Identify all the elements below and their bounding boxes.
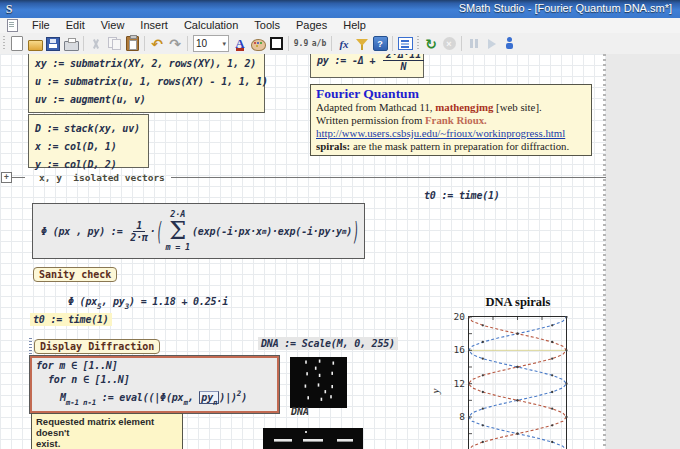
collapse-icon[interactable]: + <box>1 172 12 183</box>
toolbar-grip <box>3 36 5 51</box>
display-diffraction-label[interactable]: Display Diffraction <box>34 339 160 354</box>
undo-icon[interactable]: ↶ <box>148 35 166 53</box>
note-title: Fourier Quantum <box>316 86 586 101</box>
t0-timer-left[interactable]: t0 := time(1) <box>30 313 112 326</box>
chart-title: DNA spirals <box>462 295 574 310</box>
edit-cursor-selection[interactable]: pyn <box>199 391 219 404</box>
sanity-check-label[interactable]: Sanity check <box>33 267 117 282</box>
menu-view[interactable]: View <box>93 18 133 33</box>
section-label[interactable]: x, y isolated vectors <box>39 172 165 183</box>
redo-icon[interactable]: ↷ <box>166 35 184 53</box>
border-icon[interactable] <box>267 35 285 53</box>
cut-icon[interactable] <box>87 35 105 53</box>
decimal-places-icon[interactable]: 9.9 <box>292 35 310 53</box>
menu-insert[interactable]: Insert <box>132 18 176 33</box>
save-icon[interactable] <box>44 35 62 53</box>
toolbar-separator <box>461 36 462 51</box>
paste-icon[interactable] <box>123 35 141 53</box>
fraction-icon[interactable]: a/b <box>310 35 328 53</box>
open-icon[interactable] <box>26 35 44 53</box>
t0-timer-right[interactable]: t0 := time(1) <box>424 190 500 201</box>
formula-line[interactable]: uv := augment(u, v) <box>35 91 258 109</box>
toolbar-separator <box>144 36 145 51</box>
y-tick-label: 12 <box>445 378 465 389</box>
menu-bar: FileEditViewInsertCalculationToolsPagesH… <box>0 18 680 34</box>
menu-edit[interactable]: Edit <box>58 18 93 33</box>
phi-definition[interactable]: Φ (px , py) := 12·π · ( 2·AΣm = 1 (exp(-… <box>32 203 365 259</box>
note-line1: Adapted from Mathcad 11, mathengjmg [web… <box>316 101 586 114</box>
mask-pattern-image[interactable] <box>263 428 363 449</box>
font-color-icon[interactable]: A <box>231 35 249 53</box>
pages-panel-icon[interactable] <box>396 35 414 53</box>
menu-pages[interactable]: Pages <box>288 18 335 33</box>
copy-icon[interactable] <box>105 35 123 53</box>
print-icon[interactable] <box>62 35 80 53</box>
chart-y-axis-label: y <box>429 389 441 394</box>
formula-line[interactable]: xy := submatrix(XY, 2, rows(XY), 1, 2) <box>35 55 258 73</box>
font-size-select[interactable]: 10▾ <box>193 35 229 52</box>
menu-file[interactable]: File <box>24 18 58 33</box>
y-tick-label: 16 <box>445 344 465 355</box>
filter-icon[interactable] <box>353 35 371 53</box>
dna-spirals-chart[interactable] <box>468 316 568 449</box>
formula-line[interactable]: D := stack(xy, uv) <box>35 120 142 138</box>
error-tooltip: Requested matrix element doesn't exist. <box>31 413 183 449</box>
debug-icon[interactable] <box>501 35 519 53</box>
palette-icon[interactable] <box>249 35 267 53</box>
insert-function-icon[interactable]: fx <box>335 35 353 53</box>
title-bar: S SMath Studio - [Fourier Quantum DNA.sm… <box>0 0 680 18</box>
separator-line <box>171 177 606 178</box>
phi-lhs: Φ (px , py) := <box>41 226 128 237</box>
py-denominator: N <box>401 61 407 72</box>
new-document-icon[interactable] <box>8 35 26 53</box>
window-title: SMath Studio - [Fourier Quantum DNA.sm*] <box>459 2 672 14</box>
dna-image-caption: DNA <box>291 406 309 417</box>
formula-line[interactable]: x := col(D, 1) <box>35 138 142 156</box>
diffraction-for-loop[interactable]: for m ∈ [1..N] for n ∈ [1..N] Mm-1 n-1 :… <box>30 356 279 413</box>
dna-diffraction-image[interactable] <box>290 357 347 408</box>
frioux-link[interactable]: http://www.users.csbsju.edu/~frioux/work… <box>316 127 565 139</box>
y-tick-label: 8 <box>445 411 465 422</box>
toolbar-separator <box>392 36 393 51</box>
formula-box-py[interactable]: py := -Δ + 2·Δ·11N <box>310 54 424 78</box>
tooltip-panel-icon[interactable]: ? <box>371 35 389 53</box>
menu-help[interactable]: Help <box>335 18 374 33</box>
fourier-quantum-note[interactable]: Fourier Quantum Adapted from Mathcad 11,… <box>310 84 592 156</box>
app-icon[interactable]: S <box>2 2 16 16</box>
y-tick-label: 20 <box>445 311 465 322</box>
dna-scale-formula[interactable]: DNA := Scale(M, 0, 255) <box>258 337 398 350</box>
note-line4: spirals: are the mask pattern in prepara… <box>316 140 586 153</box>
toolbar-separator <box>288 36 289 51</box>
selection-marquee <box>29 338 32 356</box>
summation: 2·AΣm = 1 <box>165 210 190 252</box>
note-line2: Written permission from Frank Rioux. <box>316 114 586 127</box>
outside-page-area <box>606 54 680 449</box>
chevron-down-icon: ▾ <box>222 40 226 48</box>
menu-calculation[interactable]: Calculation <box>176 18 246 33</box>
toolbar: ↶↷10▾A9.9a/bfx?↻× <box>0 33 680 55</box>
formula-box-stack[interactable]: D := stack(xy, uv)x := col(D, 1)y := col… <box>28 114 149 168</box>
toolbar-grip <box>417 36 419 51</box>
py-formula: py := -Δ + <box>317 55 381 66</box>
toolbar-separator <box>331 36 332 51</box>
formula-box-submatrix[interactable]: xy := submatrix(XY, 2, rows(XY), 1, 2)u … <box>28 54 265 113</box>
toolbar-separator <box>187 36 188 51</box>
toolbar-separator <box>83 36 84 51</box>
document-icon[interactable] <box>7 19 18 32</box>
recalculate-icon[interactable]: ↻ <box>422 35 440 53</box>
smath-window: S SMath Studio - [Fourier Quantum DNA.sm… <box>0 0 680 449</box>
separator-dash <box>12 177 25 178</box>
formula-line[interactable]: u := submatrix(u, 1, rows(XY) - 1, 1, 1) <box>35 73 258 91</box>
worksheet[interactable]: xy := submatrix(XY, 2, rows(XY), 1, 2)u … <box>0 54 680 449</box>
pause-icon[interactable] <box>465 35 483 53</box>
play-icon[interactable] <box>483 35 501 53</box>
menu-tools[interactable]: Tools <box>246 18 288 33</box>
interrupt-icon[interactable]: × <box>440 35 458 53</box>
section-separator: + x, y isolated vectors <box>0 171 606 183</box>
